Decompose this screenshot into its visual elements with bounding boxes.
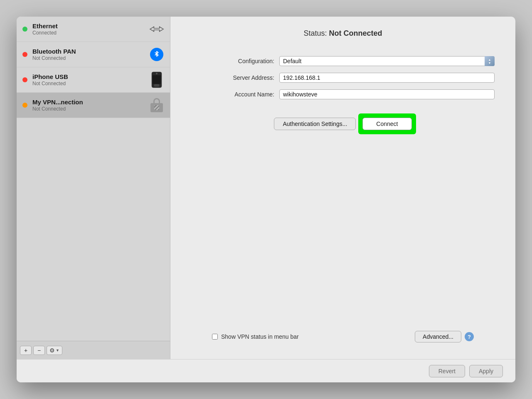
- sidebar-item-ethernet[interactable]: Ethernet Connected: [17, 17, 170, 42]
- gear-menu-button[interactable]: ⚙ ▼: [47, 346, 62, 355]
- account-name-input[interactable]: [279, 89, 495, 99]
- remove-network-button[interactable]: −: [33, 346, 45, 355]
- show-vpn-checkbox[interactable]: [212, 334, 218, 340]
- ethernet-icon: [149, 22, 164, 37]
- revert-button[interactable]: Revert: [429, 365, 465, 377]
- help-button[interactable]: ?: [465, 332, 474, 341]
- bluetooth-icon: [149, 47, 164, 62]
- status-value: Not Connected: [329, 29, 382, 37]
- iphone-icon: [149, 72, 164, 87]
- add-network-button[interactable]: +: [20, 346, 32, 355]
- window-content: Ethernet Connected Bluetooth PAN Not Con: [17, 17, 515, 359]
- vpn-info: My VPN...nection Not Connected: [32, 99, 149, 112]
- iphone-name: iPhone USB: [32, 73, 149, 80]
- vpn-lock-icon: [149, 98, 164, 113]
- ethernet-name: Ethernet: [32, 22, 149, 30]
- vpn-form: Configuration: Default Server Address:: [191, 56, 495, 99]
- iphone-status: Not Connected: [32, 81, 149, 86]
- ethernet-status: Connected: [32, 30, 149, 36]
- vpn-status: Not Connected: [32, 106, 149, 112]
- chevron-down-icon: ▼: [56, 348, 59, 352]
- network-preferences-window: Ethernet Connected Bluetooth PAN Not Con: [17, 17, 515, 382]
- show-vpn-checkbox-label[interactable]: Show VPN status in menu bar: [212, 333, 299, 340]
- apply-button[interactable]: Apply: [469, 365, 503, 377]
- connect-button-wrapper: Connect: [362, 118, 411, 130]
- svg-point-1: [156, 73, 158, 74]
- svg-rect-2: [154, 84, 159, 86]
- main-panel: Status: Not Connected Configuration: Def…: [170, 17, 515, 359]
- status-header: Status: Not Connected: [191, 29, 495, 38]
- status-dot-ethernet: [22, 27, 27, 32]
- server-address-input[interactable]: [279, 73, 495, 83]
- ethernet-info: Ethernet Connected: [32, 22, 149, 36]
- status-label: Status:: [303, 29, 327, 37]
- sidebar-toolbar: + − ⚙ ▼: [17, 341, 170, 359]
- sidebar-item-iphone-usb[interactable]: iPhone USB Not Connected: [17, 67, 170, 93]
- gear-icon: ⚙: [49, 347, 55, 354]
- bottom-bar: Show VPN status in menu bar Advanced... …: [191, 327, 495, 347]
- status-dot-vpn: [22, 103, 27, 108]
- bluetooth-status: Not Connected: [32, 55, 149, 61]
- server-address-row: Server Address:: [191, 73, 495, 83]
- sidebar-item-my-vpn[interactable]: My VPN...nection Not Connected: [17, 93, 170, 118]
- configuration-select[interactable]: Default: [279, 56, 495, 66]
- bottom-right-controls: Advanced... ?: [415, 331, 474, 342]
- status-dot-iphone: [22, 77, 27, 82]
- network-list: Ethernet Connected Bluetooth PAN Not Con: [17, 17, 170, 341]
- status-dot-bluetooth: [22, 52, 27, 57]
- bluetooth-name: Bluetooth PAN: [32, 48, 149, 55]
- window-footer: Revert Apply: [17, 359, 515, 382]
- account-name-row: Account Name:: [191, 89, 495, 99]
- show-vpn-label: Show VPN status in menu bar: [221, 333, 299, 340]
- configuration-label: Configuration:: [191, 58, 274, 64]
- advanced-button[interactable]: Advanced...: [415, 331, 461, 342]
- sidebar-item-bluetooth-pan[interactable]: Bluetooth PAN Not Connected: [17, 42, 170, 67]
- bluetooth-info: Bluetooth PAN Not Connected: [32, 48, 149, 61]
- configuration-select-wrapper: Default: [279, 56, 495, 66]
- sidebar: Ethernet Connected Bluetooth PAN Not Con: [17, 17, 170, 359]
- action-buttons-row: Authentication Settings... Connect: [191, 118, 495, 130]
- vpn-name: My VPN...nection: [32, 99, 149, 106]
- iphone-info: iPhone USB Not Connected: [32, 73, 149, 86]
- connect-button[interactable]: Connect: [362, 118, 411, 130]
- svg-rect-3: [153, 75, 161, 84]
- authentication-settings-button[interactable]: Authentication Settings...: [274, 118, 356, 130]
- account-name-label: Account Name:: [191, 91, 274, 98]
- configuration-row: Configuration: Default: [191, 56, 495, 66]
- server-address-label: Server Address:: [191, 74, 274, 81]
